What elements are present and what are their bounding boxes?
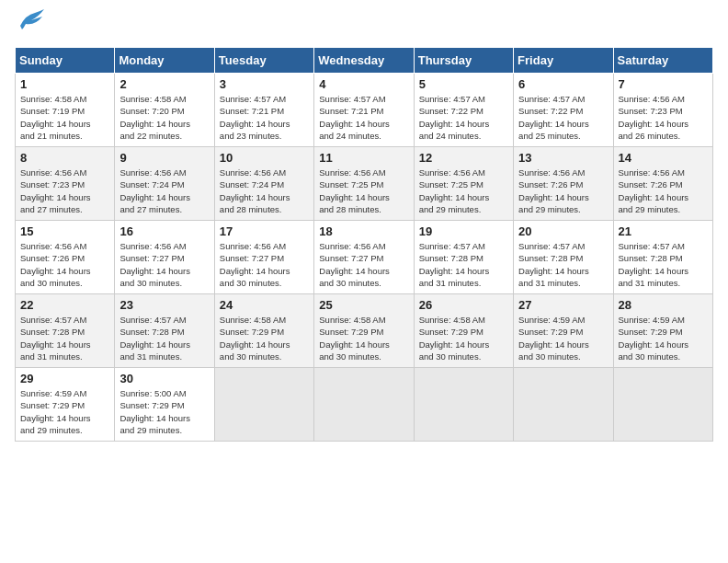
week-row: 1Sunrise: 4:58 AM Sunset: 7:19 PM Daylig… <box>16 74 713 147</box>
calendar-cell: 3Sunrise: 4:57 AM Sunset: 7:21 PM Daylig… <box>214 74 313 147</box>
calendar-cell: 18Sunrise: 4:56 AM Sunset: 7:27 PM Dayli… <box>314 221 414 294</box>
day-header-friday: Friday <box>514 48 613 74</box>
day-info: Sunrise: 4:56 AM Sunset: 7:27 PM Dayligh… <box>220 240 309 289</box>
day-info: Sunrise: 4:56 AM Sunset: 7:24 PM Dayligh… <box>119 167 209 215</box>
day-number: 18 <box>319 224 408 238</box>
day-number: 10 <box>220 151 309 165</box>
day-number: 17 <box>220 224 309 238</box>
day-header-wednesday: Wednesday <box>314 48 414 74</box>
calendar-cell: 17Sunrise: 4:56 AM Sunset: 7:27 PM Dayli… <box>214 221 313 294</box>
day-header-saturday: Saturday <box>613 48 712 74</box>
day-info: Sunrise: 5:00 AM Sunset: 7:29 PM Dayligh… <box>119 387 209 436</box>
day-number: 29 <box>20 372 109 385</box>
day-number: 1 <box>20 77 109 91</box>
day-number: 14 <box>619 151 708 165</box>
day-info: Sunrise: 4:57 AM Sunset: 7:28 PM Dayligh… <box>518 240 608 289</box>
day-number: 23 <box>119 298 209 312</box>
day-number: 16 <box>119 224 209 238</box>
calendar-cell: 30Sunrise: 5:00 AM Sunset: 7:29 PM Dayli… <box>115 368 214 442</box>
day-info: Sunrise: 4:56 AM Sunset: 7:27 PM Dayligh… <box>119 240 209 289</box>
calendar-cell <box>613 368 712 442</box>
page-header <box>15 15 713 40</box>
day-number: 9 <box>119 151 209 165</box>
calendar-cell: 29Sunrise: 4:59 AM Sunset: 7:29 PM Dayli… <box>16 368 115 442</box>
calendar-cell <box>514 368 613 442</box>
calendar-cell: 24Sunrise: 4:58 AM Sunset: 7:29 PM Dayli… <box>214 294 313 368</box>
day-number: 24 <box>220 298 309 312</box>
calendar-cell: 20Sunrise: 4:57 AM Sunset: 7:28 PM Dayli… <box>514 221 613 294</box>
calendar-cell: 12Sunrise: 4:56 AM Sunset: 7:25 PM Dayli… <box>414 147 513 221</box>
calendar-cell: 7Sunrise: 4:56 AM Sunset: 7:23 PM Daylig… <box>613 74 712 147</box>
day-number: 30 <box>119 372 209 385</box>
day-number: 5 <box>419 77 508 91</box>
day-info: Sunrise: 4:58 AM Sunset: 7:29 PM Dayligh… <box>319 314 408 362</box>
calendar-cell <box>314 368 414 442</box>
day-number: 20 <box>518 224 608 238</box>
day-info: Sunrise: 4:56 AM Sunset: 7:23 PM Dayligh… <box>619 93 708 142</box>
calendar-cell: 28Sunrise: 4:59 AM Sunset: 7:29 PM Dayli… <box>613 294 712 368</box>
calendar-cell: 4Sunrise: 4:57 AM Sunset: 7:21 PM Daylig… <box>314 74 414 147</box>
calendar-cell: 19Sunrise: 4:57 AM Sunset: 7:28 PM Dayli… <box>414 221 513 294</box>
calendar-cell: 13Sunrise: 4:56 AM Sunset: 7:26 PM Dayli… <box>514 147 613 221</box>
day-number: 8 <box>20 151 109 165</box>
day-info: Sunrise: 4:57 AM Sunset: 7:21 PM Dayligh… <box>220 93 309 142</box>
day-number: 11 <box>319 151 408 165</box>
day-number: 27 <box>518 298 608 312</box>
day-info: Sunrise: 4:56 AM Sunset: 7:26 PM Dayligh… <box>518 167 608 215</box>
day-info: Sunrise: 4:56 AM Sunset: 7:25 PM Dayligh… <box>419 167 508 215</box>
calendar-cell: 15Sunrise: 4:56 AM Sunset: 7:26 PM Dayli… <box>16 221 115 294</box>
day-number: 12 <box>419 151 508 165</box>
calendar-table: SundayMondayTuesdayWednesdayThursdayFrid… <box>15 47 713 442</box>
calendar-cell: 22Sunrise: 4:57 AM Sunset: 7:28 PM Dayli… <box>16 294 115 368</box>
calendar-cell: 27Sunrise: 4:59 AM Sunset: 7:29 PM Dayli… <box>514 294 613 368</box>
calendar-cell <box>414 368 513 442</box>
day-info: Sunrise: 4:57 AM Sunset: 7:22 PM Dayligh… <box>419 93 508 142</box>
calendar-cell: 9Sunrise: 4:56 AM Sunset: 7:24 PM Daylig… <box>115 147 214 221</box>
logo <box>15 15 46 40</box>
calendar-cell <box>214 368 313 442</box>
day-info: Sunrise: 4:59 AM Sunset: 7:29 PM Dayligh… <box>518 314 608 362</box>
calendar-cell: 8Sunrise: 4:56 AM Sunset: 7:23 PM Daylig… <box>16 147 115 221</box>
calendar-cell: 1Sunrise: 4:58 AM Sunset: 7:19 PM Daylig… <box>16 74 115 147</box>
day-info: Sunrise: 4:56 AM Sunset: 7:23 PM Dayligh… <box>20 167 109 215</box>
day-info: Sunrise: 4:57 AM Sunset: 7:28 PM Dayligh… <box>119 314 209 362</box>
day-number: 28 <box>619 298 708 312</box>
calendar-cell: 11Sunrise: 4:56 AM Sunset: 7:25 PM Dayli… <box>314 147 414 221</box>
day-number: 19 <box>419 224 508 238</box>
day-number: 4 <box>319 77 408 91</box>
calendar-cell: 10Sunrise: 4:56 AM Sunset: 7:24 PM Dayli… <box>214 147 313 221</box>
day-info: Sunrise: 4:56 AM Sunset: 7:26 PM Dayligh… <box>20 240 109 289</box>
day-number: 22 <box>20 298 109 312</box>
day-info: Sunrise: 4:56 AM Sunset: 7:26 PM Dayligh… <box>619 167 708 215</box>
day-number: 3 <box>220 77 309 91</box>
day-info: Sunrise: 4:58 AM Sunset: 7:29 PM Dayligh… <box>220 314 309 362</box>
day-number: 6 <box>518 77 608 91</box>
day-number: 7 <box>619 77 708 91</box>
day-number: 2 <box>119 77 209 91</box>
day-header-monday: Monday <box>115 48 214 74</box>
calendar-cell: 6Sunrise: 4:57 AM Sunset: 7:22 PM Daylig… <box>514 74 613 147</box>
calendar-cell: 16Sunrise: 4:56 AM Sunset: 7:27 PM Dayli… <box>115 221 214 294</box>
day-header-tuesday: Tuesday <box>214 48 313 74</box>
day-number: 13 <box>518 151 608 165</box>
day-info: Sunrise: 4:58 AM Sunset: 7:29 PM Dayligh… <box>419 314 508 362</box>
week-row: 29Sunrise: 4:59 AM Sunset: 7:29 PM Dayli… <box>16 368 713 442</box>
day-info: Sunrise: 4:57 AM Sunset: 7:28 PM Dayligh… <box>20 314 109 362</box>
day-header-thursday: Thursday <box>414 48 513 74</box>
calendar-cell: 2Sunrise: 4:58 AM Sunset: 7:20 PM Daylig… <box>115 74 214 147</box>
calendar-cell: 23Sunrise: 4:57 AM Sunset: 7:28 PM Dayli… <box>115 294 214 368</box>
day-info: Sunrise: 4:57 AM Sunset: 7:28 PM Dayligh… <box>419 240 508 289</box>
week-row: 22Sunrise: 4:57 AM Sunset: 7:28 PM Dayli… <box>16 294 713 368</box>
day-info: Sunrise: 4:59 AM Sunset: 7:29 PM Dayligh… <box>619 314 708 362</box>
day-info: Sunrise: 4:57 AM Sunset: 7:28 PM Dayligh… <box>619 240 708 289</box>
calendar-cell: 5Sunrise: 4:57 AM Sunset: 7:22 PM Daylig… <box>414 74 513 147</box>
day-info: Sunrise: 4:56 AM Sunset: 7:24 PM Dayligh… <box>220 167 309 215</box>
day-info: Sunrise: 4:59 AM Sunset: 7:29 PM Dayligh… <box>20 387 109 436</box>
day-number: 21 <box>619 224 708 238</box>
day-info: Sunrise: 4:58 AM Sunset: 7:19 PM Dayligh… <box>20 93 109 142</box>
day-info: Sunrise: 4:56 AM Sunset: 7:25 PM Dayligh… <box>319 167 408 215</box>
day-number: 25 <box>319 298 408 312</box>
week-row: 8Sunrise: 4:56 AM Sunset: 7:23 PM Daylig… <box>16 147 713 221</box>
calendar-cell: 14Sunrise: 4:56 AM Sunset: 7:26 PM Dayli… <box>613 147 712 221</box>
day-header-sunday: Sunday <box>16 48 115 74</box>
